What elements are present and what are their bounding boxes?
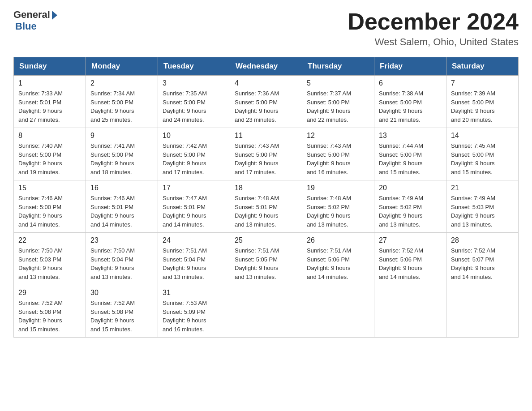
day-number: 30 <box>90 289 153 297</box>
day-cell-1: 1 Sunrise: 7:33 AM Sunset: 5:01 PM Dayli… <box>14 76 86 128</box>
page-header: General Blue December 2024 West Salem, O… <box>13 9 519 48</box>
day-info: Sunrise: 7:48 AM Sunset: 5:01 PM Dayligh… <box>235 194 297 229</box>
week-row-4: 22 Sunrise: 7:50 AM Sunset: 5:03 PM Dayl… <box>14 233 519 285</box>
day-number: 11 <box>235 132 297 140</box>
day-number: 25 <box>235 236 297 244</box>
day-number: 14 <box>451 132 514 140</box>
week-row-1: 1 Sunrise: 7:33 AM Sunset: 5:01 PM Dayli… <box>14 76 519 128</box>
day-cell-30: 30 Sunrise: 7:52 AM Sunset: 5:08 PM Dayl… <box>86 285 158 338</box>
day-info: Sunrise: 7:43 AM Sunset: 5:00 PM Dayligh… <box>235 141 297 176</box>
day-info: Sunrise: 7:34 AM Sunset: 5:00 PM Dayligh… <box>90 89 153 124</box>
logo-blue-text: Blue <box>15 21 37 32</box>
day-number: 20 <box>379 184 442 192</box>
day-cell-28: 28 Sunrise: 7:52 AM Sunset: 5:07 PM Dayl… <box>446 233 519 285</box>
logo: General Blue <box>13 9 57 32</box>
day-cell-26: 26 Sunrise: 7:51 AM Sunset: 5:06 PM Dayl… <box>302 233 374 285</box>
day-cell-31: 31 Sunrise: 7:53 AM Sunset: 5:09 PM Dayl… <box>158 285 230 338</box>
day-info: Sunrise: 7:51 AM Sunset: 5:04 PM Dayligh… <box>163 246 225 281</box>
day-cell-27: 27 Sunrise: 7:52 AM Sunset: 5:06 PM Dayl… <box>374 233 446 285</box>
day-info: Sunrise: 7:46 AM Sunset: 5:01 PM Dayligh… <box>90 194 153 229</box>
logo-top: General <box>13 9 57 21</box>
day-cell-23: 23 Sunrise: 7:50 AM Sunset: 5:04 PM Dayl… <box>86 233 158 285</box>
day-cell-14: 14 Sunrise: 7:45 AM Sunset: 5:00 PM Dayl… <box>446 128 519 180</box>
day-info: Sunrise: 7:33 AM Sunset: 5:01 PM Dayligh… <box>18 89 81 124</box>
day-number: 19 <box>307 184 369 192</box>
week-row-2: 8 Sunrise: 7:40 AM Sunset: 5:00 PM Dayli… <box>14 128 519 180</box>
day-number: 15 <box>18 184 81 192</box>
day-info: Sunrise: 7:50 AM Sunset: 5:04 PM Dayligh… <box>90 246 153 281</box>
day-info: Sunrise: 7:40 AM Sunset: 5:00 PM Dayligh… <box>18 141 81 176</box>
day-info: Sunrise: 7:50 AM Sunset: 5:03 PM Dayligh… <box>18 246 81 281</box>
day-cell-20: 20 Sunrise: 7:49 AM Sunset: 5:02 PM Dayl… <box>374 180 446 233</box>
calendar-header: SundayMondayTuesdayWednesdayThursdayFrid… <box>14 57 519 76</box>
day-number: 6 <box>379 79 442 87</box>
day-number: 13 <box>379 132 442 140</box>
day-info: Sunrise: 7:49 AM Sunset: 5:02 PM Dayligh… <box>379 194 442 229</box>
day-cell-19: 19 Sunrise: 7:48 AM Sunset: 5:02 PM Dayl… <box>302 180 374 233</box>
day-cell-3: 3 Sunrise: 7:35 AM Sunset: 5:00 PM Dayli… <box>158 76 230 128</box>
calendar-body: 1 Sunrise: 7:33 AM Sunset: 5:01 PM Dayli… <box>14 76 519 338</box>
day-cell-18: 18 Sunrise: 7:48 AM Sunset: 5:01 PM Dayl… <box>230 180 302 233</box>
header-row: SundayMondayTuesdayWednesdayThursdayFrid… <box>14 57 519 76</box>
day-cell-8: 8 Sunrise: 7:40 AM Sunset: 5:00 PM Dayli… <box>14 128 86 180</box>
day-number: 16 <box>90 184 153 192</box>
empty-cell <box>302 285 374 338</box>
day-number: 28 <box>451 236 514 244</box>
day-header-sunday: Sunday <box>14 57 86 76</box>
day-info: Sunrise: 7:52 AM Sunset: 5:07 PM Dayligh… <box>451 246 514 281</box>
day-cell-5: 5 Sunrise: 7:37 AM Sunset: 5:00 PM Dayli… <box>302 76 374 128</box>
day-info: Sunrise: 7:46 AM Sunset: 5:00 PM Dayligh… <box>18 194 81 229</box>
subtitle: West Salem, Ohio, United States <box>348 36 519 48</box>
day-cell-13: 13 Sunrise: 7:44 AM Sunset: 5:00 PM Dayl… <box>374 128 446 180</box>
day-info: Sunrise: 7:36 AM Sunset: 5:00 PM Dayligh… <box>235 89 297 124</box>
day-cell-12: 12 Sunrise: 7:43 AM Sunset: 5:00 PM Dayl… <box>302 128 374 180</box>
day-cell-24: 24 Sunrise: 7:51 AM Sunset: 5:04 PM Dayl… <box>158 233 230 285</box>
day-header-friday: Friday <box>374 57 446 76</box>
day-cell-7: 7 Sunrise: 7:39 AM Sunset: 5:00 PM Dayli… <box>446 76 519 128</box>
day-info: Sunrise: 7:42 AM Sunset: 5:00 PM Dayligh… <box>163 141 225 176</box>
day-info: Sunrise: 7:52 AM Sunset: 5:08 PM Dayligh… <box>90 299 153 334</box>
day-cell-16: 16 Sunrise: 7:46 AM Sunset: 5:01 PM Dayl… <box>86 180 158 233</box>
day-number: 8 <box>18 132 81 140</box>
empty-cell <box>230 285 302 338</box>
day-number: 18 <box>235 184 297 192</box>
week-row-3: 15 Sunrise: 7:46 AM Sunset: 5:00 PM Dayl… <box>14 180 519 233</box>
day-number: 24 <box>163 236 225 244</box>
day-info: Sunrise: 7:49 AM Sunset: 5:03 PM Dayligh… <box>451 194 514 229</box>
day-cell-10: 10 Sunrise: 7:42 AM Sunset: 5:00 PM Dayl… <box>158 128 230 180</box>
empty-cell <box>374 285 446 338</box>
day-cell-2: 2 Sunrise: 7:34 AM Sunset: 5:00 PM Dayli… <box>86 76 158 128</box>
day-number: 23 <box>90 236 153 244</box>
day-info: Sunrise: 7:48 AM Sunset: 5:02 PM Dayligh… <box>307 194 369 229</box>
day-info: Sunrise: 7:51 AM Sunset: 5:05 PM Dayligh… <box>235 246 297 281</box>
day-info: Sunrise: 7:39 AM Sunset: 5:00 PM Dayligh… <box>451 89 514 124</box>
day-cell-17: 17 Sunrise: 7:47 AM Sunset: 5:01 PM Dayl… <box>158 180 230 233</box>
day-number: 31 <box>163 289 225 297</box>
day-number: 12 <box>307 132 369 140</box>
day-number: 2 <box>90 79 153 87</box>
day-header-tuesday: Tuesday <box>158 57 230 76</box>
day-info: Sunrise: 7:52 AM Sunset: 5:08 PM Dayligh… <box>18 299 81 334</box>
day-number: 3 <box>163 79 225 87</box>
logo-bottom-row: Blue <box>14 21 37 32</box>
day-number: 5 <box>307 79 369 87</box>
day-cell-21: 21 Sunrise: 7:49 AM Sunset: 5:03 PM Dayl… <box>446 180 519 233</box>
title-section: December 2024 West Salem, Ohio, United S… <box>348 9 519 48</box>
empty-cell <box>446 285 519 338</box>
day-header-saturday: Saturday <box>446 57 519 76</box>
day-cell-29: 29 Sunrise: 7:52 AM Sunset: 5:08 PM Dayl… <box>14 285 86 338</box>
day-number: 10 <box>163 132 225 140</box>
logo-arrow-icon <box>52 11 57 20</box>
day-info: Sunrise: 7:45 AM Sunset: 5:00 PM Dayligh… <box>451 141 514 176</box>
day-number: 27 <box>379 236 442 244</box>
day-number: 1 <box>18 79 81 87</box>
day-number: 21 <box>451 184 514 192</box>
day-number: 29 <box>18 289 81 297</box>
day-info: Sunrise: 7:41 AM Sunset: 5:00 PM Dayligh… <box>90 141 153 176</box>
day-number: 17 <box>163 184 225 192</box>
day-cell-22: 22 Sunrise: 7:50 AM Sunset: 5:03 PM Dayl… <box>14 233 86 285</box>
day-number: 7 <box>451 79 514 87</box>
day-number: 4 <box>235 79 297 87</box>
day-cell-25: 25 Sunrise: 7:51 AM Sunset: 5:05 PM Dayl… <box>230 233 302 285</box>
day-number: 26 <box>307 236 369 244</box>
